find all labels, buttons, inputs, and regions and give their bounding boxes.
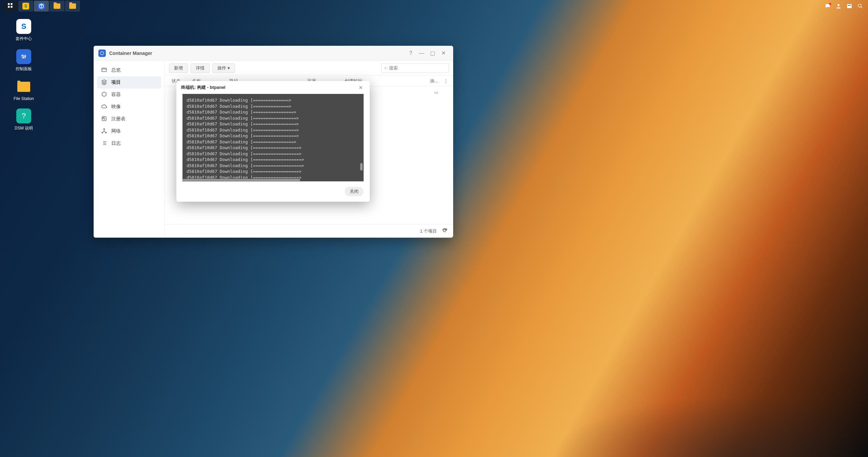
desktop-icon-file-station[interactable]: File Station xyxy=(10,79,37,101)
sidebar-item-log[interactable]: 日志 xyxy=(97,137,161,150)
tray-search[interactable] xyxy=(855,1,865,11)
cube-icon xyxy=(101,91,107,98)
search-icon xyxy=(857,3,863,9)
toolbar: 新增 详情 操作▾ xyxy=(165,61,453,76)
search-box[interactable] xyxy=(381,63,449,73)
window-maximize-button[interactable]: ▢ xyxy=(427,48,438,58)
terminal-output[interactable]: d5810af10d67 Downloading [==============… xyxy=(182,94,364,181)
taskbar-item-container-manager[interactable] xyxy=(34,1,49,12)
network-icon xyxy=(101,128,107,135)
svg-point-15 xyxy=(102,132,103,133)
sidebar-item-image[interactable]: 映像 xyxy=(97,101,161,113)
desktop-icon-control-panel[interactable]: 控制面板 xyxy=(10,49,37,72)
tray-chat[interactable] xyxy=(823,1,833,11)
terminal-line: d5810af10d67 Downloading [==============… xyxy=(187,157,360,163)
cloud-icon xyxy=(101,103,107,111)
tray-profile[interactable] xyxy=(833,1,844,11)
details-button[interactable]: 详情 xyxy=(191,63,210,73)
taskbar-item-file-station-1[interactable] xyxy=(50,1,64,12)
svg-point-8 xyxy=(22,55,23,56)
refresh-button[interactable] xyxy=(442,227,448,235)
caret-down-icon: ▾ xyxy=(228,65,230,71)
terminal-line: d5810af10d67 Downloading [==============… xyxy=(187,139,360,145)
window-close-button[interactable]: ✕ xyxy=(438,48,448,58)
svg-rect-1 xyxy=(11,3,13,5)
sidebar-item-project[interactable]: 项目 xyxy=(97,76,161,88)
refresh-icon xyxy=(442,227,448,234)
sidebar-item-registry[interactable]: 注册表 xyxy=(97,113,161,125)
close-icon: ✕ xyxy=(441,50,446,56)
sidebar-item-label: 注册表 xyxy=(111,116,126,122)
svg-rect-2 xyxy=(8,6,9,8)
dialog-titlebar[interactable]: 终端机: 构建 - btpanel ✕ xyxy=(176,81,370,94)
dialog-close-button[interactable]: ✕ xyxy=(356,83,365,92)
tray-widgets[interactable] xyxy=(844,1,854,11)
terminal-line: d5810af10d67 Downloading [==============… xyxy=(187,121,360,127)
terminal-line: d5810af10d67 Downloading [==============… xyxy=(187,151,360,157)
sidebar-item-label: 日志 xyxy=(111,140,121,146)
column-operations[interactable]: 操... xyxy=(425,78,441,84)
taskbar: S xyxy=(0,0,868,12)
add-button[interactable]: 新增 xyxy=(169,63,188,73)
svg-rect-3 xyxy=(11,6,13,8)
svg-point-10 xyxy=(25,56,26,57)
open-external-icon[interactable]: ▭ xyxy=(434,90,438,95)
gauge-icon xyxy=(101,67,107,74)
terminal-line: d5810af10d67 Downloading [==============… xyxy=(187,127,360,133)
dots-icon: ⋮ xyxy=(444,78,448,83)
terminal-line: d5810af10d67 Downloading [==============… xyxy=(187,163,360,169)
desktop-icons: S 套件中心 控制面板 File Station ? DSM 说明 xyxy=(10,19,37,131)
sidebar-item-overview[interactable]: 总览 xyxy=(97,64,161,76)
column-options-button[interactable]: ⋮ xyxy=(441,78,449,83)
control-panel-icon xyxy=(16,49,31,64)
window-help-button[interactable]: ? xyxy=(406,48,416,58)
window-titlebar[interactable]: Container Manager ? — ▢ ✕ xyxy=(94,46,453,61)
terminal-line: d5810af10d67 Downloading [==============… xyxy=(187,133,360,139)
svg-point-4 xyxy=(837,4,840,6)
taskbar-item-file-station-2[interactable] xyxy=(65,1,80,12)
sidebar-item-network[interactable]: 网络 xyxy=(97,125,161,137)
desktop-icon-label: DSM 说明 xyxy=(15,125,33,131)
sidebar-item-label: 映像 xyxy=(111,104,121,110)
actions-dropdown[interactable]: 操作▾ xyxy=(212,63,235,73)
desktop-icon-package-center[interactable]: S 套件中心 xyxy=(10,19,37,42)
taskbar-app-launcher[interactable] xyxy=(3,1,18,12)
desktop-icon-label: 控制面板 xyxy=(16,66,32,72)
svg-rect-0 xyxy=(8,3,9,5)
sidebar-item-container[interactable]: 容器 xyxy=(97,88,161,101)
search-input[interactable] xyxy=(389,65,446,71)
dialog-title: 终端机: 构建 - btpanel xyxy=(181,84,226,91)
status-bar: 1 个项目 xyxy=(165,224,453,238)
window-minimize-button[interactable]: — xyxy=(417,48,427,58)
sidebar-item-label: 项目 xyxy=(111,79,121,85)
svg-point-17 xyxy=(385,67,386,68)
svg-rect-11 xyxy=(102,68,107,72)
svg-point-9 xyxy=(23,57,24,58)
svg-rect-5 xyxy=(847,4,852,8)
sidebar: 总览 项目 容器 映像 注册表 网络 xyxy=(94,61,165,238)
terminal-line: d5810af10d67 Downloading [==============… xyxy=(187,145,360,151)
help-icon: ? xyxy=(409,50,412,56)
terminal-line: d5810af10d67 Downloading [==============… xyxy=(187,103,360,110)
registry-icon xyxy=(101,116,107,123)
folder-icon xyxy=(54,3,60,9)
scrollbar-horizontal[interactable] xyxy=(182,179,364,181)
file-station-icon xyxy=(16,79,31,94)
window-title: Container Manager xyxy=(109,51,152,56)
layers-icon xyxy=(101,79,107,86)
list-icon xyxy=(101,140,107,147)
dialog-close-action[interactable]: 关闭 xyxy=(345,187,364,196)
sidebar-item-label: 容器 xyxy=(111,92,121,98)
taskbar-item-package-center[interactable]: S xyxy=(18,1,33,12)
scrollbar-vertical[interactable] xyxy=(360,163,363,171)
svg-rect-6 xyxy=(848,5,851,6)
close-icon: ✕ xyxy=(359,85,363,90)
svg-point-7 xyxy=(858,4,861,7)
sidebar-item-label: 网络 xyxy=(111,128,121,134)
package-center-icon: S xyxy=(16,19,31,34)
widget-icon xyxy=(846,3,852,9)
minimize-icon: — xyxy=(419,50,424,56)
folder-icon xyxy=(69,3,76,9)
terminal-dialog: 终端机: 构建 - btpanel ✕ d5810af10d67 Downloa… xyxy=(176,81,370,202)
desktop-icon-dsm-help[interactable]: ? DSM 说明 xyxy=(10,108,37,131)
